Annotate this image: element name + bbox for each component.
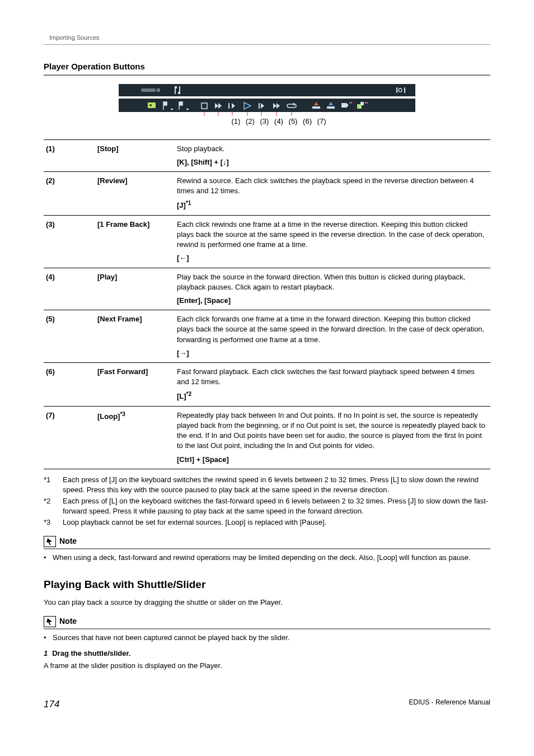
table-row: (5)[Next Frame]Each click forwards one f… xyxy=(44,310,490,363)
svg-rect-5 xyxy=(175,86,177,88)
page-number: 174 xyxy=(44,698,59,711)
player-toolbar-svg xyxy=(119,84,415,118)
table-row: (2)[Review]Rewind a source. Each click s… xyxy=(44,171,490,215)
section-intro: You can play back a source by dragging t… xyxy=(44,598,490,608)
table-row: (3)[1 Frame Back]Each click rewinds one … xyxy=(44,215,490,268)
button-reference-table: (1)[Stop]Stop playback.[K], [Shift] + [↓… xyxy=(44,139,490,469)
note-heading-2: Note xyxy=(44,616,490,629)
svg-rect-0 xyxy=(119,84,415,96)
note-label: Note xyxy=(59,536,77,547)
table-row: (4)[Play]Play back the source in the for… xyxy=(44,268,490,310)
svg-point-12 xyxy=(149,104,152,106)
section-rule xyxy=(44,74,490,76)
svg-rect-6 xyxy=(178,92,180,94)
svg-rect-21 xyxy=(259,103,260,109)
note-label: Note xyxy=(59,616,77,627)
note-text: •When using a deck, fast-forward and rew… xyxy=(44,553,490,563)
note-icon xyxy=(44,616,56,627)
svg-rect-1 xyxy=(141,88,156,92)
svg-rect-31 xyxy=(346,104,348,106)
note-heading: Note xyxy=(44,536,490,549)
svg-rect-28 xyxy=(327,106,335,109)
svg-rect-19 xyxy=(228,103,229,109)
svg-rect-36 xyxy=(365,102,366,104)
step-1: 1Drag the shuttle/slider. xyxy=(44,648,490,659)
player-toolbar-figure: (1) (2) (3) (4) (5) (6) (7) xyxy=(44,84,490,127)
section-title-shuttle-slider: Playing Back with Shuttle/Slider xyxy=(44,577,490,592)
svg-rect-37 xyxy=(367,102,368,104)
svg-rect-7 xyxy=(396,87,397,93)
note-icon xyxy=(44,536,56,547)
callout-numbers: (1) (2) (3) (4) (5) (6) (7) xyxy=(44,116,490,127)
svg-rect-33 xyxy=(351,102,352,104)
doc-title: EDIUS - Reference Manual xyxy=(409,698,490,711)
table-row: (7)[Loop]*3Repeatedly play back between … xyxy=(44,406,490,469)
page-footer: 174 EDIUS - Reference Manual xyxy=(44,698,490,711)
svg-rect-35 xyxy=(360,102,364,105)
note-text-2: •Sources that have not been captured can… xyxy=(44,633,490,643)
breadcrumb: Importing Sources xyxy=(44,34,490,45)
section-title-player-operation: Player Operation Buttons xyxy=(44,60,490,72)
step-1-after: A frame at the slider position is displa… xyxy=(44,661,490,671)
svg-rect-32 xyxy=(349,102,350,104)
svg-rect-2 xyxy=(157,88,160,92)
table-row: (6)[Fast Forward]Fast forward playback. … xyxy=(44,362,490,406)
svg-rect-26 xyxy=(312,106,320,109)
svg-rect-9 xyxy=(404,87,405,93)
table-row: (1)[Stop]Stop playback.[K], [Shift] + [↓… xyxy=(44,139,490,171)
footnotes: *1Each press of [J] on the keyboard swit… xyxy=(44,475,490,528)
